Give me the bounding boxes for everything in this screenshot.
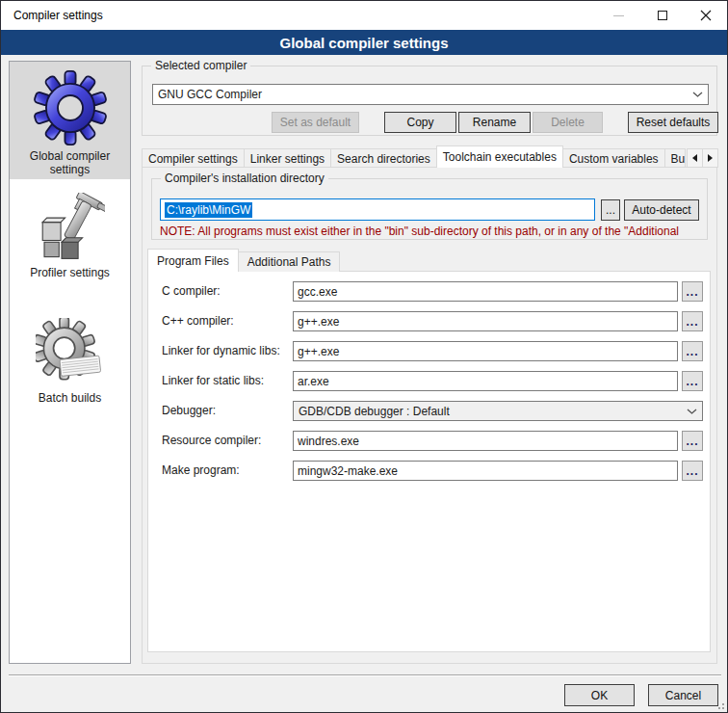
c-compiler-input[interactable] xyxy=(293,281,678,302)
compiler-settings-dialog: Compiler settings Global compiler settin… xyxy=(0,0,728,713)
window-title: Compiler settings xyxy=(1,9,597,22)
tab-build-options-clipped[interactable]: Builc xyxy=(664,148,686,168)
tab-custom-variables[interactable]: Custom variables xyxy=(562,148,665,168)
make-program-label: Make program: xyxy=(162,463,240,477)
sidebar-item-label: Global compiler settings xyxy=(17,149,123,176)
footer-separator xyxy=(9,674,721,676)
form-row-debugger: Debugger: GDB/CDB debugger : Default xyxy=(148,401,710,422)
maximize-icon xyxy=(658,11,667,20)
linker-static-label: Linker for static libs: xyxy=(162,374,264,387)
form-row-linker-static: Linker for static libs: ... xyxy=(148,371,710,392)
settings-tabstrip: Compiler settings Linker settings Search… xyxy=(142,145,717,168)
auto-detect-button[interactable]: Auto-detect xyxy=(624,199,699,221)
c-compiler-label: C compiler: xyxy=(162,284,221,298)
sidebar-item-global-compiler-settings[interactable]: Global compiler settings xyxy=(10,62,130,179)
chevron-down-icon xyxy=(692,92,703,97)
make-program-input[interactable] xyxy=(293,461,678,481)
sidebar-item-profiler-settings[interactable]: Profiler settings xyxy=(10,179,130,304)
program-files-panel: C compiler: ... C++ compiler: ... Linker… xyxy=(147,271,711,652)
copy-button[interactable]: Copy xyxy=(384,112,456,133)
resource-compiler-label: Resource compiler: xyxy=(162,434,261,447)
make-program-browse-button[interactable]: ... xyxy=(682,461,703,481)
form-row-c-compiler: C compiler: ... xyxy=(148,281,710,303)
form-row-resource-compiler: Resource compiler: ... xyxy=(148,431,710,452)
cancel-button[interactable]: Cancel xyxy=(648,684,718,706)
tab-scroll-arrows xyxy=(687,148,717,168)
debugger-select-value: GDB/CDB debugger : Default xyxy=(299,405,683,418)
banner-title: Global compiler settings xyxy=(1,30,727,55)
linker-dynamic-browse-button[interactable]: ... xyxy=(682,341,703,361)
chevron-down-icon xyxy=(687,409,697,414)
installation-directory-browse-button[interactable]: ... xyxy=(601,199,620,221)
form-row-make-program: Make program: ... xyxy=(148,461,710,482)
resource-compiler-input[interactable] xyxy=(293,431,678,451)
blue-gear-icon xyxy=(33,70,108,145)
cpp-compiler-input[interactable] xyxy=(293,311,678,331)
compiler-select-value: GNU GCC Compiler xyxy=(158,88,689,101)
close-icon xyxy=(700,10,712,21)
set-as-default-button[interactable]: Set as default xyxy=(272,112,359,133)
selected-compiler-group: Selected compiler GNU GCC Compiler Set a… xyxy=(142,66,717,136)
installation-directory-note: NOTE: All programs must exist either in … xyxy=(160,224,705,238)
debugger-label: Debugger: xyxy=(162,404,216,417)
installation-directory-value: C:\raylib\MinGW xyxy=(165,202,252,218)
form-row-cpp-compiler: C++ compiler: ... xyxy=(148,311,710,332)
minimize-icon xyxy=(613,15,624,16)
installation-directory-label: Compiler's installation directory xyxy=(161,172,328,185)
close-button[interactable] xyxy=(684,2,727,30)
sidebar-item-label: Profiler settings xyxy=(17,266,123,279)
debugger-select[interactable]: GDB/CDB debugger : Default xyxy=(293,401,703,421)
titlebar: Compiler settings xyxy=(1,1,727,30)
tab-compiler-settings[interactable]: Compiler settings xyxy=(142,148,245,168)
rename-button[interactable]: Rename xyxy=(458,112,531,133)
ok-button[interactable]: OK xyxy=(564,684,635,706)
linker-dynamic-input[interactable] xyxy=(293,341,678,361)
form-row-linker-dynamic: Linker for dynamic libs: ... xyxy=(148,341,710,362)
linker-dynamic-label: Linker for dynamic libs: xyxy=(162,344,280,357)
installation-directory-input[interactable]: C:\raylib\MinGW xyxy=(160,198,595,221)
tab-search-directories[interactable]: Search directories xyxy=(330,148,437,168)
cpp-compiler-label: C++ compiler: xyxy=(162,314,234,328)
tab-scroll-left-button[interactable] xyxy=(687,148,703,168)
cpp-compiler-browse-button[interactable]: ... xyxy=(682,311,703,331)
triangle-left-icon xyxy=(692,154,697,162)
sidebar-item-label: Batch builds xyxy=(17,391,123,405)
toolchain-subtabstrip: Program Files Additional Paths xyxy=(147,249,339,272)
compiler-select[interactable]: GNU GCC Compiler xyxy=(152,84,709,105)
triangle-right-icon xyxy=(708,154,713,162)
sidebar-item-batch-builds[interactable]: Batch builds xyxy=(10,304,130,430)
installation-directory-group: Compiler's installation directory C:\ray… xyxy=(151,178,708,240)
reset-defaults-button[interactable]: Reset defaults xyxy=(628,112,718,133)
subtab-additional-paths[interactable]: Additional Paths xyxy=(238,251,341,272)
maximize-button[interactable] xyxy=(640,2,684,30)
resource-compiler-browse-button[interactable]: ... xyxy=(682,431,703,451)
linker-static-browse-button[interactable]: ... xyxy=(682,371,703,391)
caliper-blocks-icon xyxy=(36,193,105,262)
settings-category-list: Global compiler settings xyxy=(9,61,131,664)
c-compiler-browse-button[interactable]: ... xyxy=(682,281,703,302)
tab-toolchain-executables[interactable]: Toolchain executables xyxy=(436,145,563,168)
delete-button[interactable]: Delete xyxy=(533,112,603,133)
linker-static-input[interactable] xyxy=(293,371,678,391)
tab-linker-settings[interactable]: Linker settings xyxy=(244,148,331,168)
resize-grip[interactable] xyxy=(715,700,724,709)
gray-gear-stack-icon xyxy=(36,318,105,387)
selected-compiler-label: Selected compiler xyxy=(151,59,250,72)
subtab-program-files[interactable]: Program Files xyxy=(147,249,239,272)
tab-scroll-right-button[interactable] xyxy=(702,148,718,168)
minimize-button[interactable] xyxy=(597,2,640,30)
